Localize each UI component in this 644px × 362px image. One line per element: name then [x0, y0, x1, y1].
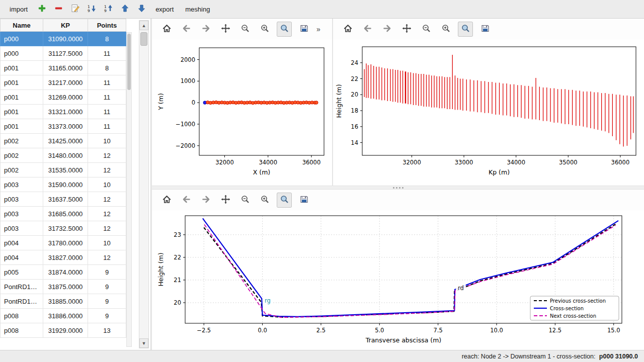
name-cell[interactable]: p001 — [1, 61, 43, 75]
forward-button[interactable] — [198, 193, 213, 208]
home-button[interactable] — [340, 22, 355, 37]
points-cell[interactable]: 10 — [88, 236, 126, 250]
points-cell[interactable]: 12 — [88, 221, 126, 236]
points-cell[interactable]: 11 — [88, 75, 126, 90]
table-row[interactable]: p00331637.500012 — [1, 192, 126, 207]
home-button[interactable] — [159, 22, 174, 37]
table-row[interactable]: p00131321.000011 — [1, 105, 126, 119]
column-header-kp[interactable]: KP — [43, 19, 88, 32]
points-cell[interactable]: 11 — [88, 105, 126, 119]
name-cell[interactable]: p004 — [1, 250, 43, 265]
back-button[interactable] — [360, 22, 375, 37]
name-cell[interactable]: p001 — [1, 119, 43, 134]
cross-section-plot[interactable]: −2.50.02.55.07.510.012.515.020212223Tran… — [152, 211, 644, 351]
zoom-out-button[interactable] — [419, 22, 434, 37]
points-cell[interactable]: 9 — [88, 294, 126, 309]
back-button[interactable] — [179, 22, 194, 37]
save-figure-button[interactable] — [296, 193, 311, 208]
name-cell[interactable]: p002 — [1, 134, 43, 148]
meshing-button[interactable]: meshing — [181, 3, 214, 16]
export-button[interactable]: export — [151, 3, 178, 16]
points-cell[interactable]: 12 — [88, 192, 126, 207]
table-row[interactable]: p00531874.00009 — [1, 265, 126, 280]
points-cell[interactable]: 12 — [88, 207, 126, 221]
move-up-button[interactable] — [118, 3, 132, 16]
kp-cell[interactable]: 31090.0000 — [43, 32, 88, 46]
table-row[interactable]: p00331590.000010 — [1, 177, 126, 192]
name-cell[interactable]: p002 — [1, 148, 43, 163]
kp-cell[interactable]: 31127.5000 — [43, 46, 88, 61]
forward-button[interactable] — [198, 22, 213, 37]
zoom-in-button[interactable] — [257, 193, 272, 208]
name-cell[interactable]: PontRD101v — [1, 294, 43, 309]
name-cell[interactable]: p003 — [1, 177, 43, 192]
home-button[interactable] — [159, 193, 174, 208]
panel-scrollbar[interactable]: ▲ ▼ — [139, 20, 149, 348]
name-cell[interactable]: p003 — [1, 192, 43, 207]
pan-button[interactable] — [218, 22, 233, 37]
horizontal-splitter[interactable] — [152, 186, 644, 190]
kp-cell[interactable]: 31875.0000 — [43, 280, 88, 294]
zoom-in-button[interactable] — [257, 22, 272, 37]
kp-cell[interactable]: 31373.0000 — [43, 119, 88, 134]
name-cell[interactable]: PontRD10... — [1, 280, 43, 294]
edit-button[interactable] — [68, 3, 82, 16]
plan-view-plot[interactable]: 320003400036000−2000−1000010002000X (m)Y… — [152, 40, 332, 186]
kp-cell[interactable]: 31535.0000 — [43, 163, 88, 177]
kp-cell[interactable]: 31637.5000 — [43, 192, 88, 207]
points-cell[interactable]: 13 — [88, 323, 126, 338]
kp-cell[interactable]: 31321.0000 — [43, 105, 88, 119]
pan-button[interactable] — [399, 22, 414, 37]
sort-ascending-button[interactable]: 19 — [101, 3, 115, 16]
table-row[interactable]: p00431827.000012 — [1, 250, 126, 265]
scroll-down-button[interactable]: ▼ — [139, 338, 148, 348]
kp-cell[interactable]: 31874.0000 — [43, 265, 88, 280]
add-cross-section-button[interactable] — [35, 3, 49, 16]
table-row[interactable]: p00131373.000011 — [1, 119, 126, 134]
kp-cell[interactable]: 31929.0000 — [43, 323, 88, 338]
name-cell[interactable]: p008 — [1, 323, 43, 338]
table-row[interactable]: PontRD101v31885.00009 — [1, 294, 126, 309]
points-cell[interactable]: 11 — [88, 90, 126, 105]
points-cell[interactable]: 12 — [88, 250, 126, 265]
name-cell[interactable]: p005 — [1, 265, 43, 280]
move-down-button[interactable] — [134, 3, 148, 16]
name-cell[interactable]: p003 — [1, 221, 43, 236]
table-row[interactable]: p00031090.00008 — [1, 32, 126, 46]
toolbar-overflow-button[interactable]: » — [314, 22, 323, 37]
zoom-region-button[interactable] — [458, 22, 473, 37]
kp-cell[interactable]: 31732.5000 — [43, 221, 88, 236]
name-cell[interactable]: p003 — [1, 207, 43, 221]
name-cell[interactable]: p008 — [1, 309, 43, 323]
points-cell[interactable]: 11 — [88, 46, 126, 61]
cross-section-canvas[interactable]: −2.50.02.55.07.510.012.515.020212223Tran… — [152, 211, 644, 349]
points-cell[interactable]: 12 — [88, 148, 126, 163]
points-cell[interactable]: 8 — [88, 32, 126, 46]
table-scrollbar-thumb[interactable] — [127, 34, 131, 90]
name-cell[interactable]: p001 — [1, 90, 43, 105]
points-cell[interactable]: 11 — [88, 119, 126, 134]
table-row[interactable]: p00231535.000012 — [1, 163, 126, 177]
scroll-up-button[interactable]: ▲ — [139, 21, 148, 30]
kp-cell[interactable]: 31886.0000 — [43, 309, 88, 323]
kp-cell[interactable]: 31269.0000 — [43, 90, 88, 105]
kp-cell[interactable]: 31827.0000 — [43, 250, 88, 265]
zoom-region-button[interactable] — [277, 22, 292, 37]
pan-button[interactable] — [218, 193, 233, 208]
table-row[interactable]: p00331685.000012 — [1, 207, 126, 221]
kp-cell[interactable]: 31480.0000 — [43, 148, 88, 163]
table-row[interactable]: p00831886.00009 — [1, 309, 126, 323]
longitudinal-profile-canvas[interactable]: 3200033000340003500036000141618202224Kp … — [333, 40, 644, 185]
remove-cross-section-button[interactable] — [51, 3, 65, 16]
points-cell[interactable]: 9 — [88, 280, 126, 294]
import-button[interactable]: import — [5, 3, 32, 16]
table-row[interactable]: p00231480.000012 — [1, 148, 126, 163]
save-figure-button[interactable] — [296, 22, 311, 37]
plan-view-canvas[interactable]: 320003400036000−2000−1000010002000X (m)Y… — [152, 40, 331, 185]
zoom-out-button[interactable] — [237, 193, 253, 208]
points-cell[interactable]: 12 — [88, 163, 126, 177]
kp-cell[interactable]: 31685.0000 — [43, 207, 88, 221]
panel-scrollbar-thumb[interactable] — [140, 32, 147, 46]
points-cell[interactable]: 9 — [88, 265, 126, 280]
column-header-name[interactable]: Name — [1, 19, 43, 32]
